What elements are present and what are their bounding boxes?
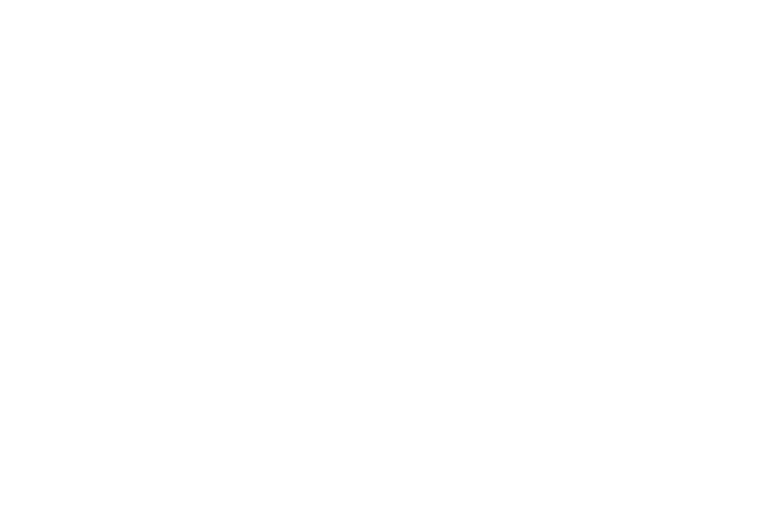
chart-canvas[interactable] bbox=[0, 0, 769, 532]
trading-chart-window bbox=[0, 0, 769, 532]
